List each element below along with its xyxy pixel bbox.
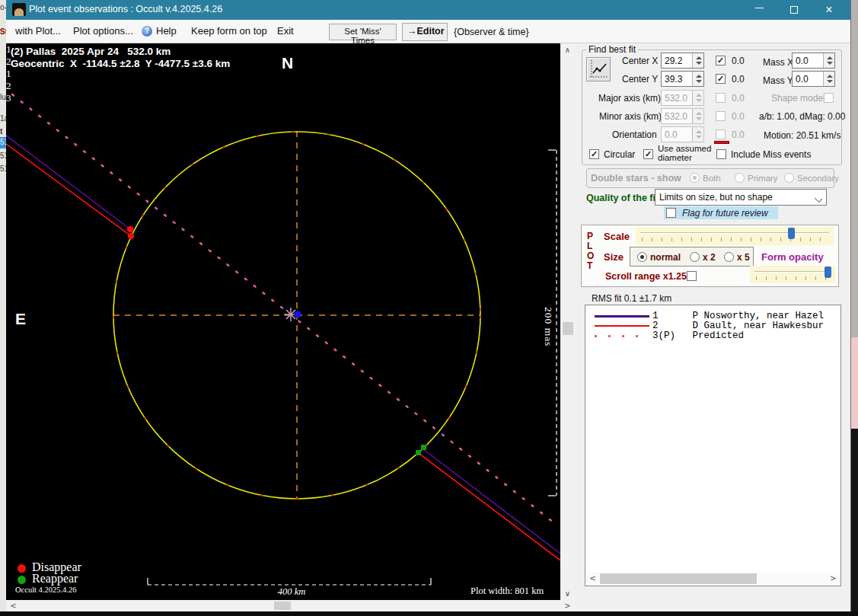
orientation-label: Orientation bbox=[612, 129, 657, 140]
menu-keep-form-on-top[interactable]: Keep form on top bbox=[191, 25, 267, 37]
editor-button[interactable]: →Editor bbox=[402, 23, 448, 41]
use-assumed-diameter-checkbox[interactable] bbox=[643, 149, 653, 159]
scroll-right-arrow[interactable]: > bbox=[561, 600, 574, 611]
control-panel: Find best fit Center X 29.2 0.0 Mass X 0… bbox=[579, 43, 845, 602]
minimize-button[interactable] bbox=[742, 0, 776, 20]
include-miss-events-checkbox[interactable] bbox=[716, 149, 726, 159]
background-window-right-top bbox=[851, 0, 858, 337]
mass-x-input[interactable]: 0.0 bbox=[792, 53, 835, 69]
scale-slider[interactable] bbox=[636, 227, 834, 245]
minor-axis-input: 532.0 bbox=[661, 108, 704, 124]
menu-plot-options[interactable]: Plot options... bbox=[73, 25, 133, 37]
size-x2-radio[interactable] bbox=[690, 252, 700, 262]
size-label: Size bbox=[604, 251, 624, 263]
set-miss-times-button[interactable]: Set 'Miss' Times bbox=[329, 24, 397, 40]
scroll-range-checkbox[interactable] bbox=[687, 271, 697, 281]
bg-fragment: t bbox=[0, 127, 6, 136]
chord2-line-swatch bbox=[595, 325, 649, 327]
plot-canvas[interactable]: (2) Pallas 2025 Apr 24 532.0 km Geocentr… bbox=[6, 43, 560, 600]
legend-reappear-label: Reappear bbox=[32, 572, 78, 586]
mass-x-spinner[interactable] bbox=[823, 53, 834, 68]
observer-listbox[interactable]: 1 P Nosworthy, near Hazel 2 D Gault, nea… bbox=[585, 305, 841, 586]
occult-app-icon bbox=[12, 3, 26, 16]
form-opacity-label: Form opacity bbox=[761, 251, 824, 263]
menu-help[interactable]: Help bbox=[156, 25, 177, 37]
best-fit-icon-button[interactable] bbox=[586, 57, 611, 81]
scroll-range-label: Scroll range x1.25 bbox=[605, 271, 687, 282]
center-y-spinner[interactable] bbox=[692, 72, 703, 86]
major-axis-label: Major axis (km) bbox=[598, 93, 661, 104]
observer-row[interactable]: 3(P) Predicted bbox=[585, 331, 840, 341]
plot-horizontal-scrollbar[interactable]: < > bbox=[6, 600, 575, 611]
background-window-right-dark bbox=[851, 429, 858, 616]
background-window-right-pink bbox=[851, 337, 858, 429]
bg-fragment: 51 bbox=[0, 138, 6, 146]
mass-y-spinner[interactable] bbox=[823, 72, 834, 86]
fit-minor-axis-checkbox[interactable] bbox=[716, 111, 726, 121]
center-y-input[interactable]: 39.3 bbox=[661, 71, 704, 87]
size-normal-radio[interactable] bbox=[637, 252, 647, 262]
form-opacity-slider[interactable] bbox=[750, 266, 836, 283]
size-radio-group: normal x 2 x 5 bbox=[630, 247, 754, 267]
scrollbar-thumb[interactable] bbox=[600, 573, 757, 584]
center-x-spinner[interactable] bbox=[692, 53, 703, 68]
flag-review-checkbox[interactable] bbox=[666, 208, 676, 218]
double-both-radio[interactable] bbox=[690, 173, 700, 183]
chord1-line-swatch bbox=[595, 315, 649, 318]
scale-slider-thumb[interactable] bbox=[788, 228, 795, 239]
fit-major-axis-checkbox[interactable] bbox=[716, 93, 726, 103]
fit-center-x-checkbox[interactable] bbox=[716, 56, 726, 65]
horizontal-scale-label: 400 km bbox=[257, 586, 326, 598]
fit-minor-axis-value: 0.0 bbox=[732, 111, 745, 122]
size-normal-label: normal bbox=[650, 252, 681, 263]
menu-with-plot[interactable]: with Plot... bbox=[15, 25, 61, 37]
background-window-left bbox=[0, 0, 6, 611]
motion-label: Motion: 20.51 km/s bbox=[764, 130, 840, 141]
mass-y-input[interactable]: 0.0 bbox=[792, 71, 835, 87]
scroll-left-arrow[interactable]: < bbox=[7, 600, 20, 611]
plot-header-line2: Geocentric X -1144.5 ±2.8 Y -4477.5 ±3.6… bbox=[11, 58, 230, 70]
fit-center-y-value: 0.0 bbox=[732, 74, 745, 85]
scroll-up-arrow[interactable]: ∧ bbox=[561, 44, 574, 56]
mass-y-label: Mass Y bbox=[763, 75, 793, 86]
center-x-label: Center X bbox=[622, 56, 658, 66]
plot-width-label: Plot width: 801 km bbox=[470, 586, 544, 597]
center-x-input[interactable]: 29.2 bbox=[661, 53, 704, 69]
major-axis-input: 532.0 bbox=[661, 90, 704, 106]
mass-x-label: Mass X bbox=[763, 57, 793, 68]
quality-of-fit-dropdown[interactable]: Limits on size, but no shape bbox=[655, 189, 827, 206]
shape-model-checkbox[interactable] bbox=[824, 93, 834, 103]
reappear-dot-icon bbox=[18, 576, 26, 584]
double-primary-radio[interactable] bbox=[735, 173, 745, 183]
plot-vertical-scrollbar[interactable]: ∧ ∨ bbox=[561, 43, 575, 600]
ab-dmag-label: a/b: 1.00, dMag: 0.00 bbox=[759, 111, 845, 122]
plot-graphics bbox=[6, 43, 560, 600]
double-primary-label: Primary bbox=[748, 174, 778, 183]
menu-exit[interactable]: Exit bbox=[277, 25, 294, 37]
close-button[interactable]: × bbox=[812, 0, 846, 20]
size-x5-radio[interactable] bbox=[724, 252, 734, 262]
plot-letter-o: O bbox=[587, 251, 594, 261]
double-secondary-radio[interactable] bbox=[784, 173, 794, 183]
fit-center-y-checkbox[interactable] bbox=[716, 74, 726, 84]
scroll-down-arrow[interactable]: ∨ bbox=[561, 588, 574, 599]
maximize-button[interactable] bbox=[777, 0, 811, 20]
observer-time-label: {Observer & time} bbox=[454, 27, 529, 37]
scrollbar-thumb[interactable] bbox=[274, 602, 291, 610]
fit-orientation-checkbox[interactable] bbox=[716, 129, 726, 139]
window-title: Plot event observations : Occult v.4.202… bbox=[29, 4, 222, 14]
scroll-left-arrow[interactable]: < bbox=[586, 573, 599, 584]
scroll-right-arrow[interactable]: > bbox=[827, 573, 840, 584]
rms-fit-label: RMS fit 0.1 ±1.7 km bbox=[592, 293, 671, 304]
scrollbar-thumb[interactable] bbox=[563, 322, 573, 335]
listbox-horizontal-scrollbar[interactable]: < > bbox=[586, 573, 840, 585]
disappear-dot-icon bbox=[18, 564, 26, 573]
center-y-label: Center Y bbox=[622, 74, 658, 85]
circular-checkbox[interactable] bbox=[589, 149, 599, 159]
form-opacity-slider-thumb[interactable] bbox=[825, 267, 831, 278]
orientation-spinner bbox=[692, 127, 703, 142]
vertical-scale-label: 200 mas bbox=[542, 307, 554, 346]
flag-review-label: Flag for future review bbox=[682, 208, 768, 219]
help-icon[interactable]: ? bbox=[142, 26, 152, 37]
bg-fragment: o- bbox=[0, 3, 6, 11]
